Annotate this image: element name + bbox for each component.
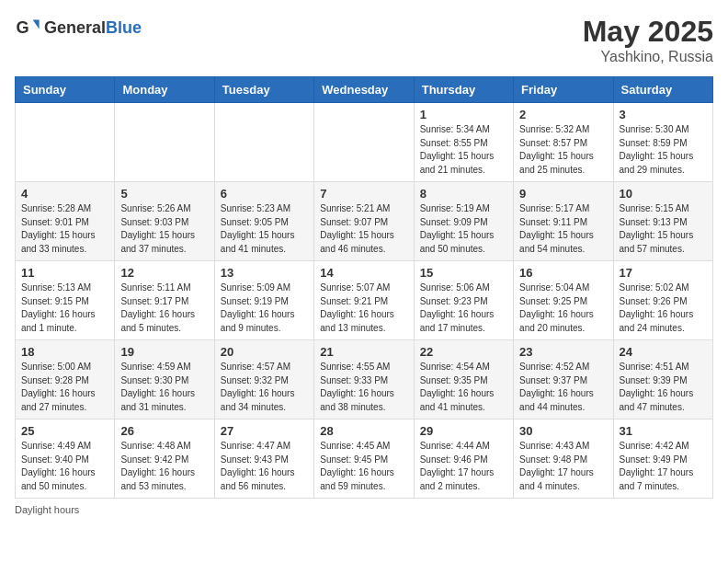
calendar-cell: 8Sunrise: 5:19 AM Sunset: 9:09 PM Daylig… (414, 182, 513, 261)
calendar-cell: 26Sunrise: 4:48 AM Sunset: 9:42 PM Dayli… (115, 419, 214, 499)
weekday-header-row: SundayMondayTuesdayWednesdayThursdayFrid… (16, 77, 713, 103)
calendar-cell: 28Sunrise: 4:45 AM Sunset: 9:45 PM Dayli… (314, 419, 414, 499)
calendar-cell: 7Sunrise: 5:21 AM Sunset: 9:07 PM Daylig… (314, 182, 414, 261)
day-number: 14 (320, 266, 407, 280)
day-info: Sunrise: 4:59 AM Sunset: 9:30 PM Dayligh… (120, 361, 208, 414)
calendar-cell: 30Sunrise: 4:43 AM Sunset: 9:48 PM Dayli… (514, 419, 613, 499)
day-info: Sunrise: 5:32 AM Sunset: 8:57 PM Dayligh… (519, 123, 607, 177)
calendar-cell: 29Sunrise: 4:44 AM Sunset: 9:46 PM Dayli… (414, 419, 513, 499)
day-number: 7 (320, 187, 407, 201)
calendar-cell: 16Sunrise: 5:04 AM Sunset: 9:25 PM Dayli… (514, 261, 613, 340)
day-info: Sunrise: 4:54 AM Sunset: 9:35 PM Dayligh… (420, 361, 507, 414)
calendar-cell: 27Sunrise: 4:47 AM Sunset: 9:43 PM Dayli… (214, 419, 313, 499)
day-number: 12 (120, 266, 208, 280)
day-info: Sunrise: 5:21 AM Sunset: 9:07 PM Dayligh… (320, 202, 407, 256)
calendar-cell: 22Sunrise: 4:54 AM Sunset: 9:35 PM Dayli… (414, 340, 513, 419)
day-info: Sunrise: 5:02 AM Sunset: 9:26 PM Dayligh… (620, 282, 707, 335)
day-info: Sunrise: 5:15 AM Sunset: 9:13 PM Dayligh… (620, 202, 707, 256)
logo-icon: G (15, 15, 40, 40)
calendar-cell: 5Sunrise: 5:26 AM Sunset: 9:03 PM Daylig… (115, 182, 214, 261)
calendar-cell (214, 103, 313, 182)
day-number: 20 (221, 345, 308, 359)
calendar-cell: 3Sunrise: 5:30 AM Sunset: 8:59 PM Daylig… (613, 103, 712, 182)
calendar-cell: 24Sunrise: 4:51 AM Sunset: 9:39 PM Dayli… (613, 340, 712, 419)
calendar-cell: 18Sunrise: 5:00 AM Sunset: 9:28 PM Dayli… (16, 340, 115, 419)
day-number: 19 (120, 345, 208, 359)
day-info: Sunrise: 4:44 AM Sunset: 9:46 PM Dayligh… (420, 440, 507, 493)
day-info: Sunrise: 5:26 AM Sunset: 9:03 PM Dayligh… (120, 202, 208, 256)
title-block: May 2025 Yashkino, Russia (583, 15, 713, 65)
day-info: Sunrise: 5:23 AM Sunset: 9:05 PM Dayligh… (221, 202, 308, 256)
day-info: Sunrise: 5:09 AM Sunset: 9:19 PM Dayligh… (221, 282, 308, 335)
day-info: Sunrise: 4:48 AM Sunset: 9:42 PM Dayligh… (120, 440, 208, 493)
day-number: 30 (519, 424, 607, 438)
day-number: 26 (120, 424, 208, 438)
day-info: Sunrise: 5:28 AM Sunset: 9:01 PM Dayligh… (21, 202, 108, 256)
day-info: Sunrise: 4:55 AM Sunset: 9:33 PM Dayligh… (320, 361, 407, 414)
calendar-cell (314, 103, 414, 182)
calendar-cell: 25Sunrise: 4:49 AM Sunset: 9:40 PM Dayli… (16, 419, 115, 499)
calendar-cell: 11Sunrise: 5:13 AM Sunset: 9:15 PM Dayli… (16, 261, 115, 340)
day-number: 17 (620, 266, 707, 280)
weekday-header-sunday: Sunday (16, 77, 115, 103)
day-info: Sunrise: 4:47 AM Sunset: 9:43 PM Dayligh… (221, 440, 308, 493)
logo-blue: Blue (106, 18, 142, 37)
day-number: 21 (320, 345, 407, 359)
logo: G GeneralBlue (15, 15, 142, 40)
day-number: 9 (519, 187, 607, 201)
day-number: 29 (420, 424, 507, 438)
day-number: 22 (420, 345, 507, 359)
day-number: 27 (221, 424, 308, 438)
day-number: 28 (320, 424, 407, 438)
day-number: 25 (21, 424, 108, 438)
weekday-header-wednesday: Wednesday (314, 77, 414, 103)
calendar-cell: 14Sunrise: 5:07 AM Sunset: 9:21 PM Dayli… (314, 261, 414, 340)
day-info: Sunrise: 5:07 AM Sunset: 9:21 PM Dayligh… (320, 282, 407, 335)
day-info: Sunrise: 5:30 AM Sunset: 8:59 PM Dayligh… (620, 123, 707, 177)
calendar-cell: 1Sunrise: 5:34 AM Sunset: 8:55 PM Daylig… (414, 103, 513, 182)
calendar-week-1: 1Sunrise: 5:34 AM Sunset: 8:55 PM Daylig… (16, 103, 713, 182)
calendar-cell: 4Sunrise: 5:28 AM Sunset: 9:01 PM Daylig… (16, 182, 115, 261)
weekday-header-tuesday: Tuesday (214, 77, 313, 103)
day-info: Sunrise: 5:19 AM Sunset: 9:09 PM Dayligh… (420, 202, 507, 256)
calendar-location: Yashkino, Russia (583, 49, 713, 65)
day-number: 16 (519, 266, 607, 280)
day-info: Sunrise: 4:42 AM Sunset: 9:49 PM Dayligh… (620, 440, 707, 493)
calendar-cell: 20Sunrise: 4:57 AM Sunset: 9:32 PM Dayli… (214, 340, 313, 419)
calendar-cell: 31Sunrise: 4:42 AM Sunset: 9:49 PM Dayli… (613, 419, 712, 499)
day-info: Sunrise: 5:00 AM Sunset: 9:28 PM Dayligh… (21, 361, 108, 414)
day-info: Sunrise: 4:51 AM Sunset: 9:39 PM Dayligh… (620, 361, 707, 414)
day-number: 5 (120, 187, 208, 201)
day-info: Sunrise: 4:57 AM Sunset: 9:32 PM Dayligh… (221, 361, 308, 414)
footer-note: Daylight hours (15, 504, 713, 515)
calendar-cell: 13Sunrise: 5:09 AM Sunset: 9:19 PM Dayli… (214, 261, 313, 340)
calendar-cell: 10Sunrise: 5:15 AM Sunset: 9:13 PM Dayli… (613, 182, 712, 261)
calendar-week-2: 4Sunrise: 5:28 AM Sunset: 9:01 PM Daylig… (16, 182, 713, 261)
weekday-header-thursday: Thursday (414, 77, 513, 103)
day-number: 3 (620, 108, 707, 121)
calendar-cell: 19Sunrise: 4:59 AM Sunset: 9:30 PM Dayli… (115, 340, 214, 419)
day-number: 4 (21, 187, 108, 201)
calendar-table: SundayMondayTuesdayWednesdayThursdayFrid… (15, 76, 713, 499)
calendar-title: May 2025 (583, 15, 713, 49)
day-number: 31 (620, 424, 707, 438)
day-number: 11 (21, 266, 108, 280)
calendar-cell: 9Sunrise: 5:17 AM Sunset: 9:11 PM Daylig… (514, 182, 613, 261)
weekday-header-monday: Monday (115, 77, 214, 103)
day-number: 23 (519, 345, 607, 359)
day-info: Sunrise: 5:13 AM Sunset: 9:15 PM Dayligh… (21, 282, 108, 335)
calendar-cell (115, 103, 214, 182)
day-info: Sunrise: 4:45 AM Sunset: 9:45 PM Dayligh… (320, 440, 407, 493)
day-number: 10 (620, 187, 707, 201)
calendar-cell: 12Sunrise: 5:11 AM Sunset: 9:17 PM Dayli… (115, 261, 214, 340)
calendar-week-3: 11Sunrise: 5:13 AM Sunset: 9:15 PM Dayli… (16, 261, 713, 340)
page-header: G GeneralBlue May 2025 Yashkino, Russia (15, 15, 713, 65)
day-info: Sunrise: 5:04 AM Sunset: 9:25 PM Dayligh… (519, 282, 607, 335)
calendar-cell: 23Sunrise: 4:52 AM Sunset: 9:37 PM Dayli… (514, 340, 613, 419)
day-number: 15 (420, 266, 507, 280)
day-info: Sunrise: 5:06 AM Sunset: 9:23 PM Dayligh… (420, 282, 507, 335)
calendar-cell (16, 103, 115, 182)
day-number: 2 (519, 108, 607, 121)
day-number: 13 (221, 266, 308, 280)
weekday-header-saturday: Saturday (613, 77, 712, 103)
